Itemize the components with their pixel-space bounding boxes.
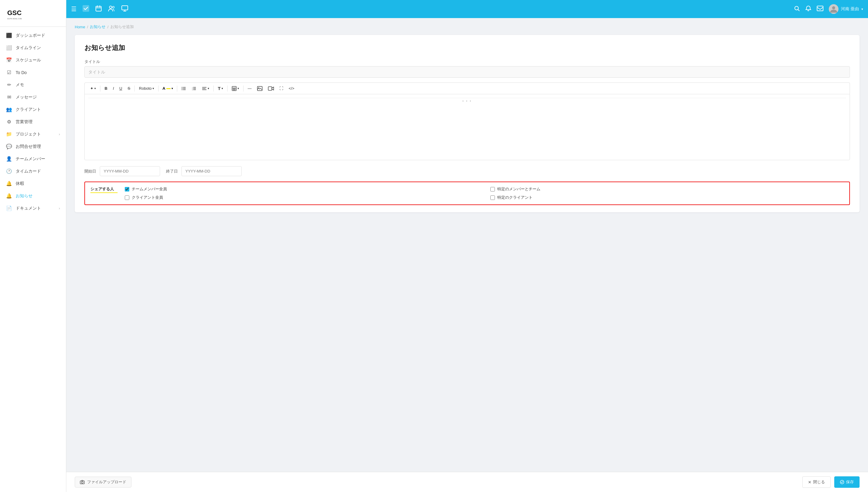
monitor-icon: ⬛ (6, 32, 12, 38)
start-date-input[interactable] (100, 166, 160, 176)
calendar-topbar-icon[interactable] (95, 5, 102, 13)
sidebar-item-timecard[interactable]: 🕐 タイムカード (0, 165, 66, 177)
bold-button[interactable]: B (102, 85, 110, 92)
user-badge[interactable]: 河南 亜由 ▾ (829, 4, 863, 14)
sidebar-item-news[interactable]: 🔔 お知らせ (0, 190, 66, 202)
text-size-button[interactable]: T ▾ (215, 84, 226, 92)
topbar: ☰ (66, 0, 868, 18)
checkbox-all-clients-input[interactable] (125, 195, 129, 200)
camera-icon (80, 480, 85, 484)
sidebar-item-schedule[interactable]: 📅 スケジュール (0, 54, 66, 66)
sidebar-item-projects[interactable]: 📁 プロジェクト › (0, 128, 66, 140)
sidebar-item-dashboard[interactable]: ⬛ ダッシュボード (0, 29, 66, 42)
svg-rect-34 (268, 87, 272, 90)
sidebar-item-documents[interactable]: 📄 ドキュメント › (0, 202, 66, 214)
svg-text:3: 3 (192, 89, 193, 90)
align-button[interactable]: ▾ (200, 85, 212, 92)
search-icon[interactable] (794, 5, 800, 13)
sidebar-item-label: To Do (16, 70, 60, 75)
close-button[interactable]: ✕ 閉じる (802, 476, 830, 488)
avatar (829, 4, 839, 14)
table-button[interactable]: ▾ (229, 85, 241, 92)
checkbox-specific-members[interactable]: 特定のメンバーとチーム (490, 187, 844, 192)
sidebar-item-memo[interactable]: ✏ メモ (0, 79, 66, 91)
form-card: お知らせ追加 タイトル ✦ ▾ B I U S Roboto ▾ (75, 35, 860, 212)
code-icon: </> (289, 86, 295, 91)
expand-icon: ⛶ (279, 86, 283, 91)
sidebar-item-label: メッセージ (16, 95, 60, 100)
font-select-button[interactable]: Roboto ▾ (137, 85, 157, 92)
sidebar-item-leave[interactable]: 🔔 休暇 (0, 177, 66, 190)
mail-icon: ✉ (6, 94, 12, 100)
title-input[interactable] (85, 66, 850, 78)
sidebar-item-todo[interactable]: ☑ To Do (0, 66, 66, 79)
save-button-label: 保存 (846, 479, 854, 485)
breadcrumb-sep2: / (107, 25, 109, 29)
sidebar-item-inquiries[interactable]: 💬 お問合せ管理 (0, 140, 66, 153)
end-date-input[interactable] (182, 166, 242, 176)
editor-area[interactable]: • • • (85, 94, 850, 160)
checkbox-specific-clients[interactable]: 特定のクライアント (490, 195, 844, 200)
video-button[interactable] (265, 85, 276, 92)
toolbar-separator (227, 85, 228, 92)
sidebar-item-label: ドキュメント (16, 206, 55, 211)
mail-topbar-icon[interactable] (817, 6, 823, 13)
font-label: Roboto (139, 86, 151, 91)
leave-icon: 🔔 (6, 181, 12, 187)
sidebar-item-sales[interactable]: ⚙ 営業管理 (0, 116, 66, 128)
sidebar-item-team[interactable]: 👤 チームメンバー (0, 153, 66, 165)
code-button[interactable]: </> (286, 85, 297, 92)
font-color-label: A (162, 86, 165, 91)
text-size-icon: T (218, 86, 220, 91)
ordered-list-button[interactable]: 123 (189, 85, 199, 92)
breadcrumb-home[interactable]: Home (75, 25, 85, 29)
check-icon[interactable] (83, 5, 89, 13)
unordered-list-button[interactable] (179, 85, 189, 92)
checkbox-all-clients[interactable]: クライアント全員 (125, 195, 478, 200)
color-swatch (166, 88, 170, 89)
sidebar-item-messages[interactable]: ✉ メッセージ (0, 91, 66, 103)
breadcrumb: Home / お知らせ / お知らせ追加 (75, 24, 860, 29)
user-icon: 👤 (6, 156, 12, 162)
strikethrough-button[interactable]: S (125, 85, 133, 92)
save-button[interactable]: 保存 (834, 476, 860, 488)
start-date-group: 開始日 (85, 166, 160, 176)
checkbox-all-members-input[interactable] (125, 187, 129, 192)
checkbox-all-members-label: チームメンバー全員 (132, 187, 167, 192)
hr-button[interactable]: — (245, 85, 254, 92)
checkbox-all-members[interactable]: チームメンバー全員 (125, 187, 478, 192)
sidebar-item-label: お問合せ管理 (16, 144, 60, 149)
notification-icon[interactable] (805, 5, 811, 13)
users-topbar-icon[interactable] (108, 5, 115, 13)
form-title: お知らせ追加 (85, 43, 850, 52)
checkbox-specific-members-input[interactable] (490, 187, 495, 192)
action-buttons: ✕ 閉じる 保存 (802, 476, 860, 488)
upload-button[interactable]: ファイルアップロード (75, 477, 132, 488)
sidebar-item-label: ダッシュボード (16, 33, 60, 38)
file-icon: 📄 (6, 205, 12, 211)
hr-icon: — (248, 86, 252, 91)
sidebar-item-timeline[interactable]: ⬜ タイムライン (0, 42, 66, 54)
sidebar-item-label: クライアント (16, 107, 60, 112)
editor-resize-handle: • • • (88, 98, 846, 104)
fullscreen-button[interactable]: ⛶ (277, 85, 286, 92)
svg-rect-9 (817, 6, 823, 11)
monitor-topbar-icon[interactable] (121, 5, 128, 13)
breadcrumb-current: お知らせ追加 (110, 24, 134, 29)
user-name: 河南 亜由 (841, 6, 859, 12)
content-area: Home / お知らせ / お知らせ追加 お知らせ追加 タイトル ✦ ▾ B I… (66, 18, 868, 472)
magic-wand-button[interactable]: ✦ ▾ (88, 85, 98, 92)
menu-icon[interactable]: ☰ (71, 5, 76, 13)
image-button[interactable] (255, 85, 265, 92)
clock-icon: 🕐 (6, 168, 12, 174)
sidebar-item-clients[interactable]: 👥 クライアント (0, 103, 66, 116)
font-color-button[interactable]: A ▾ (160, 85, 175, 92)
checkbox-specific-clients-input[interactable] (490, 195, 495, 200)
italic-button[interactable]: I (110, 85, 116, 92)
sales-icon: ⚙ (6, 119, 12, 125)
toolbar-separator (213, 85, 214, 92)
checkbox-all-clients-label: クライアント全員 (132, 195, 163, 200)
text-size-dropdown-icon: ▾ (221, 87, 223, 90)
underline-button[interactable]: U (117, 85, 124, 92)
breadcrumb-section[interactable]: お知らせ (90, 24, 105, 29)
